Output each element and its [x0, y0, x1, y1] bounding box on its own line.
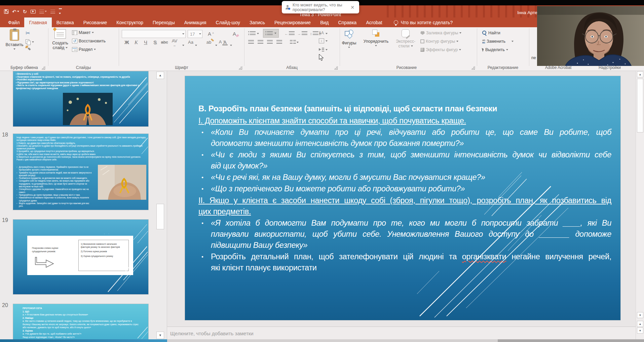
notes-placeholder: Щелкните, чтобы добавить заметки	[167, 331, 254, 336]
start-slideshow-icon[interactable]	[31, 10, 36, 13]
redo-icon[interactable]: ↻	[23, 9, 27, 14]
ribbon-tab[interactable]: Acrobat	[361, 17, 387, 27]
thumbnails-scroll-down-button[interactable]: ▼	[156, 332, 164, 339]
change-case-button[interactable]: Аа	[187, 39, 194, 46]
undo-icon[interactable]: ↶	[12, 9, 19, 14]
thumbnails-scrollbar-thumb[interactable]	[156, 204, 164, 229]
text-direction-button[interactable]: ∥А	[319, 31, 328, 35]
shape-outline-button[interactable]: Контур фигуры	[420, 39, 458, 44]
previous-slide-button[interactable]: ▲	[637, 321, 643, 327]
drawing-dialog-launcher-icon[interactable]	[471, 66, 475, 70]
ribbon-tab[interactable]: Рецензирование	[270, 17, 315, 27]
group-label-font: Шрифт	[158, 65, 205, 71]
thumb20-text-line: 2. Навіщо	[23, 316, 140, 320]
font-size-combobox[interactable]: 17	[188, 30, 202, 38]
ribbon-tab[interactable]: Слайд-шоу	[211, 17, 245, 27]
clipboard-dialog-launcher-icon[interactable]	[42, 66, 45, 70]
ribbon-tab[interactable]: Конструктор	[112, 17, 148, 27]
select-button[interactable]: Выделить	[482, 47, 508, 52]
italic-button[interactable]: К	[132, 39, 140, 46]
columns-icon[interactable]	[290, 40, 299, 44]
find-button[interactable]: Найти	[482, 31, 500, 35]
close-icon[interactable]: ✕	[349, 4, 356, 11]
copy-button[interactable]	[26, 39, 34, 45]
align-left-icon[interactable]	[248, 40, 254, 44]
layout-button[interactable]: Макет	[72, 30, 94, 35]
ribbon-tab[interactable]: Анимация	[180, 17, 211, 27]
thumbnails-scroll-up-button[interactable]: ▲	[156, 72, 164, 79]
thumb20-text-line: 3. Оцінка	[23, 329, 140, 333]
text-shadow-button[interactable]: S	[151, 39, 159, 46]
decrease-indent-icon[interactable]: ←	[285, 31, 295, 36]
thumbnail-slide-20[interactable]: ПРОТОКОЛ СЕТА1. ЩОa. « Я поставлю Вам де…	[13, 304, 149, 339]
highlight-color-button[interactable]: ab	[205, 39, 213, 46]
align-center-icon[interactable]	[258, 40, 263, 44]
scrollbar-thumb[interactable]	[637, 79, 643, 132]
tell-me-box[interactable]: Что вы хотите сделать?	[387, 17, 453, 27]
slide-number-20: 20	[2, 302, 8, 308]
clear-formatting-button[interactable]: А	[231, 30, 238, 38]
replace-button[interactable]: abac Заменить	[482, 39, 514, 44]
increase-indent-icon[interactable]: →	[297, 31, 307, 36]
shape-effects-button[interactable]: Эффекты фигур	[420, 47, 461, 52]
ribbon-tab[interactable]: Главная	[24, 17, 51, 27]
notes-pane[interactable]: Щелкните, чтобы добавить заметки	[167, 327, 636, 340]
font-color-dropdown-icon[interactable]	[230, 41, 232, 47]
mouse-cursor	[319, 54, 324, 61]
ribbon-tab[interactable]: Справка	[333, 17, 361, 27]
scroll-down-button[interactable]: ▼	[637, 312, 643, 318]
font-color-button[interactable]: А	[221, 39, 229, 46]
slide-canvas[interactable]: В. Розробіть план безпеки (запишіть ці в…	[185, 76, 620, 320]
bold-button[interactable]: Ж	[123, 39, 130, 46]
cut-icon[interactable]: ✂	[26, 31, 30, 36]
character-spacing-button[interactable]: AV↔	[171, 37, 178, 45]
paragraph-dialog-launcher-icon[interactable]	[334, 66, 338, 70]
thumb20-text-line: 1. ЩО	[23, 310, 140, 313]
customize-qat-icon[interactable]	[59, 8, 62, 15]
increase-font-size-button[interactable]: А˄	[206, 30, 213, 38]
paste-button[interactable]: Вставить	[5, 29, 24, 50]
section-button[interactable]: Раздел	[72, 47, 96, 52]
character-spacing-dropdown-icon[interactable]	[182, 41, 184, 47]
ribbon-tab[interactable]: Рисование	[79, 17, 112, 27]
group-label-paragraph: Абзац	[269, 65, 315, 71]
section-icon	[72, 47, 77, 52]
slide-section-2: II. Якщо у клієнта є засоби нанести шкод…	[198, 195, 611, 217]
scroll-up-button[interactable]: ▲	[637, 71, 643, 77]
ribbon-tab[interactable]: Переходы	[148, 17, 180, 27]
ribbon-tab[interactable]: Вид	[315, 17, 333, 27]
ribbon-tab[interactable]: Запись	[245, 17, 270, 27]
next-slide-button[interactable]: ▼	[637, 328, 643, 334]
save-icon[interactable]	[4, 9, 8, 14]
editor-vertical-scrollbar[interactable]: ▲ ▼ ▲ ▼	[636, 71, 644, 342]
align-text-button[interactable]: ↕	[319, 38, 328, 43]
thumbnail-slide-18[interactable]: Іноді людина і сама розуміє, що її думки…	[13, 134, 149, 210]
quick-styles-button[interactable]: Экспресс- стили	[393, 29, 418, 48]
numbering-button-selected[interactable]	[263, 29, 279, 38]
strikethrough-button[interactable]: abc	[161, 39, 168, 46]
thumbnail-slide-19[interactable]: · ·· Покрокова схема оцінкисуїцидальних …	[13, 219, 149, 295]
bullets-button[interactable]	[248, 31, 259, 36]
convert-smartart-button[interactable]	[319, 47, 328, 52]
arrange-button[interactable]: Упорядочить	[361, 29, 391, 46]
thumbnail-slide-17[interactable]: • Впевненість у собі• Позитивне ставленн…	[13, 71, 149, 127]
underline-button[interactable]: Ч	[142, 39, 149, 46]
bullets-qat-icon[interactable]	[39, 10, 47, 13]
slide-text-line: II. Якщо у клієнта є засоби нанести шкод…	[198, 195, 611, 206]
new-slide-button[interactable]: Создать слайд	[50, 29, 71, 50]
align-right-icon[interactable]	[267, 40, 273, 44]
numbering-qat-icon[interactable]	[50, 10, 55, 13]
ribbon-tab[interactable]: Вставка	[52, 17, 79, 27]
justify-icon[interactable]	[276, 40, 282, 44]
font-name-combobox[interactable]	[122, 30, 186, 38]
slide-quote-bullet: «Коли Ви починаєте думати про ці речі, в…	[198, 127, 611, 149]
reset-button[interactable]: ↺Восстановить	[72, 39, 106, 43]
slide-text-line: «Коли Ви починаєте думати про ці речі, в…	[211, 127, 611, 138]
change-case-dropdown-icon[interactable]	[195, 41, 197, 47]
shapes-button[interactable]: Фигуры	[339, 29, 359, 48]
highlight-dropdown-icon[interactable]	[215, 41, 217, 47]
font-dialog-launcher-icon[interactable]	[239, 66, 242, 70]
shape-fill-button[interactable]: Заливка фигуры	[420, 31, 461, 35]
slide-text-line: «Чи є люди з якими Ви спілкуєтесь з тим,…	[211, 149, 611, 160]
ribbon-tab[interactable]: Файл	[3, 17, 24, 27]
